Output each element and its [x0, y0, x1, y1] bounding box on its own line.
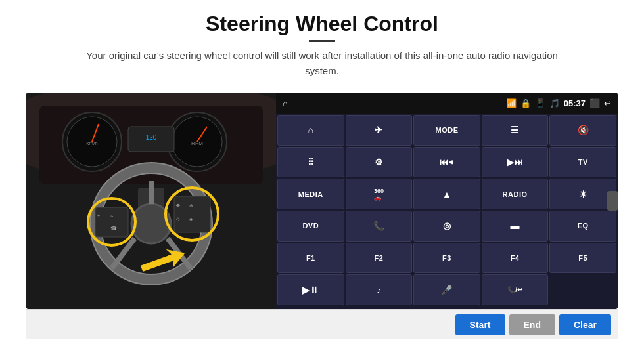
svg-rect-25: [174, 196, 210, 232]
page-container: Steering Wheel Control Your original car…: [0, 0, 644, 357]
svg-text:⊕: ⊕: [189, 203, 193, 208]
sim-icon: 📱: [535, 98, 545, 108]
status-bar-right: 📶 🔒 📱 🎵 05:37 ⬛ ↩: [506, 98, 611, 108]
btn-call-hangup[interactable]: 📞/↩: [482, 274, 549, 305]
btn-mute[interactable]: 🔇: [549, 115, 616, 146]
ui-panel: ⌂ 📶 🔒 📱 🎵 05:37 ⬛ ↩ ⌂ ✈ MODE ☰: [276, 93, 618, 309]
clear-button[interactable]: Clear: [559, 314, 611, 335]
status-time: 05:37: [564, 98, 586, 108]
btn-prev[interactable]: ⏮◀: [413, 147, 480, 178]
svg-rect-20: [95, 207, 128, 237]
btn-360cam[interactable]: 360🚗: [346, 178, 413, 209]
btn-brightness[interactable]: ☀: [549, 178, 616, 209]
car-bg: km/h RPM 120: [26, 93, 276, 309]
btn-music[interactable]: ♪: [346, 274, 413, 305]
btn-next[interactable]: ▶⏭: [482, 147, 549, 178]
car-image: km/h RPM 120: [26, 93, 276, 309]
btn-empty-2: [277, 306, 344, 308]
home-status-icon: ⌂: [283, 98, 288, 108]
svg-text:≈: ≈: [110, 213, 114, 219]
lock-icon: 🔒: [520, 98, 531, 108]
scroll-indicator[interactable]: [607, 191, 618, 211]
btn-home[interactable]: ⌂: [277, 115, 344, 146]
page-subtitle: Your original car's steering wheel contr…: [72, 49, 572, 78]
bottom-bar: Start End Clear: [26, 309, 618, 339]
btn-f4[interactable]: F4: [482, 243, 549, 274]
btn-eject[interactable]: ▲: [413, 178, 480, 209]
svg-text:120: 120: [146, 134, 157, 141]
btn-menu[interactable]: ☰: [482, 115, 549, 146]
bluetooth-icon: 🎵: [549, 98, 560, 108]
btn-screen-rect[interactable]: ▬: [482, 211, 549, 242]
btn-f2[interactable]: F2: [346, 243, 413, 274]
btn-mic[interactable]: 🎤: [413, 274, 480, 305]
btn-f5[interactable]: F5: [549, 243, 616, 274]
btn-tv[interactable]: TV: [549, 147, 616, 178]
svg-text:+: +: [97, 213, 100, 218]
screen-icon: ⬛: [589, 98, 600, 108]
button-grid: ⌂ ✈ MODE ☰ 🔇 ⠿ ⚙ ⏮◀ ▶⏭ TV MEDIA 360🚗 ▲ R…: [276, 114, 618, 309]
btn-f3[interactable]: F3: [413, 243, 480, 274]
start-button[interactable]: Start: [455, 314, 505, 335]
back-icon: ↩: [604, 98, 611, 108]
end-button[interactable]: End: [509, 314, 555, 335]
btn-dvd[interactable]: DVD: [277, 211, 344, 242]
btn-settings[interactable]: ⚙: [346, 147, 413, 178]
title-divider: [309, 40, 335, 42]
status-bar-left: ⌂: [283, 98, 288, 108]
btn-media[interactable]: MEDIA: [277, 178, 344, 209]
title-section: Steering Wheel Control Your original car…: [72, 12, 572, 87]
svg-text:☎: ☎: [110, 226, 117, 232]
btn-call[interactable]: 📞: [346, 211, 413, 242]
btn-navigate[interactable]: ✈: [346, 115, 413, 146]
page-title: Steering Wheel Control: [72, 12, 572, 36]
btn-radio[interactable]: RADIO: [482, 178, 549, 209]
status-bar: ⌂ 📶 🔒 📱 🎵 05:37 ⬛ ↩: [276, 93, 618, 114]
btn-mode[interactable]: MODE: [413, 115, 480, 146]
btn-playpause[interactable]: ▶⏸: [277, 274, 344, 305]
btn-compass[interactable]: ◎: [413, 211, 480, 242]
btn-apps[interactable]: ⠿: [277, 147, 344, 178]
wifi-icon: 📶: [506, 98, 517, 108]
btn-empty-1: [549, 274, 616, 305]
content-row: km/h RPM 120: [26, 93, 618, 309]
svg-text:✤: ✤: [176, 203, 180, 208]
btn-f1[interactable]: F1: [277, 243, 344, 274]
btn-eq[interactable]: EQ: [549, 211, 616, 242]
